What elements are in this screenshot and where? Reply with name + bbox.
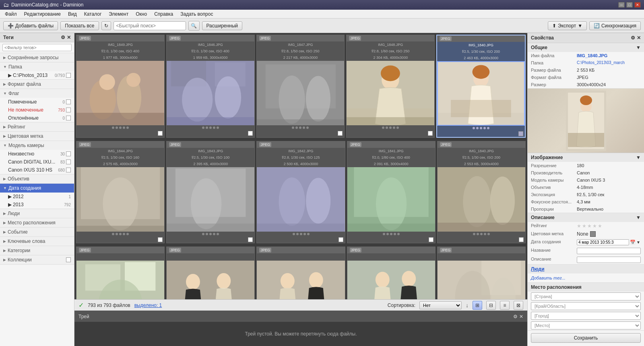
- add-tag-button[interactable]: Добавить тег...: [531, 276, 566, 280]
- sidebar-close-icon[interactable]: ✕: [67, 35, 71, 40]
- status-selected[interactable]: выделено: 1: [134, 302, 162, 308]
- section-location-header[interactable]: ▶ Место расположения: [0, 218, 74, 227]
- flag-item-unmarked[interactable]: Не помеченные 793: [0, 106, 74, 114]
- view-grid-compact-button[interactable]: ⊟: [486, 301, 496, 310]
- tag-filter-input[interactable]: [2, 44, 72, 51]
- view-grid-button[interactable]: ⊞: [473, 301, 482, 310]
- camera-unknown-checkbox[interactable]: [66, 151, 71, 156]
- photo-cell[interactable]: JPEG: [166, 247, 255, 299]
- flag-marked-checkbox[interactable]: [66, 99, 71, 104]
- menu-edit[interactable]: Редактирование: [21, 10, 64, 18]
- photo-cell[interactable]: JPEG IMG_1848.JPG f/2.8, 1/60 сек, ISO 2…: [346, 35, 435, 138]
- props-section-image-header[interactable]: Изображение ▼: [528, 153, 644, 162]
- description-input[interactable]: [577, 257, 641, 263]
- folder-checkbox[interactable]: [66, 73, 71, 78]
- props-folder[interactable]: C:\Photos_2013\03_march: [577, 60, 641, 65]
- search-input[interactable]: [114, 21, 186, 30]
- menu-view[interactable]: Вид: [65, 10, 80, 18]
- camera-ixus-checkbox[interactable]: [66, 168, 71, 172]
- photo-cell[interactable]: JPEG IMG_1847.JPG f/2.8, 1/50 сек, ISO 2…: [256, 35, 345, 138]
- section-collections-header[interactable]: ▶ Коллекции: [0, 255, 74, 264]
- date-input[interactable]: [577, 239, 629, 245]
- sync-button[interactable]: 🔄 Синхронизация: [589, 21, 641, 30]
- section-saved-queries-header[interactable]: ▶ Сохранённые запросы: [0, 53, 74, 62]
- photo-cell[interactable]: JPEG IMG_1844.JPG f/2.5, 1/30 сек, ISO 1…: [76, 141, 165, 243]
- photo-checkbox[interactable]: [248, 237, 253, 242]
- menu-window[interactable]: Окно: [132, 10, 150, 18]
- flag-rejected-checkbox[interactable]: [66, 116, 71, 120]
- collections-checkbox[interactable]: [66, 257, 71, 262]
- photo-checkbox[interactable]: [248, 131, 253, 136]
- photo-cell[interactable]: JPEG: [76, 247, 165, 299]
- refresh-button[interactable]: ↻: [101, 21, 111, 30]
- photo-cell[interactable]: JPEG IMG_1843.JPG f/2.5, 1/30 сек, ISO 1…: [166, 141, 255, 243]
- section-lens-header[interactable]: ▶ Объектив: [0, 174, 74, 183]
- section-flag-header[interactable]: ▼ Флаг: [0, 89, 74, 98]
- section-date-created-header[interactable]: ▼ Дата создания: [0, 184, 74, 193]
- props-section-location-header[interactable]: Место расположения: [528, 283, 644, 292]
- save-button[interactable]: Сохранить: [531, 333, 641, 343]
- export-button[interactable]: ⬆ Экспорт ▼: [548, 21, 587, 30]
- section-keywords-header[interactable]: ▶ Ключевые слова: [0, 237, 74, 246]
- camera-unknown[interactable]: Неизвестно 30: [0, 150, 74, 158]
- photo-cell[interactable]: JPEG: [256, 247, 345, 299]
- flag-item-rejected[interactable]: Отклонённые 0: [0, 114, 74, 122]
- photo-cell[interactable]: JPEG IMG_1846.JPG f/2.0, 1/30 сек, ISO 4…: [166, 35, 255, 138]
- camera-canon-digital-checkbox[interactable]: [66, 160, 71, 164]
- sort-select[interactable]: Нет Имя файла Дата создания Размер файла: [419, 301, 462, 309]
- section-folder-header[interactable]: ▼ Папка: [0, 62, 74, 71]
- photo-checkbox[interactable]: [429, 237, 433, 242]
- country-select[interactable]: [Страна]: [531, 292, 641, 300]
- section-categories-header[interactable]: ▶ Категории: [0, 246, 74, 255]
- city-select[interactable]: [Город]: [531, 312, 641, 320]
- maximize-button[interactable]: □: [626, 2, 633, 8]
- date-2013[interactable]: ▶ 2013 792: [0, 201, 74, 209]
- photo-checkbox[interactable]: [158, 131, 163, 136]
- camera-canon-ixus[interactable]: Canon IXUS 310 HS 680: [0, 166, 74, 174]
- title-input[interactable]: [577, 248, 641, 254]
- photo-cell-selected[interactable]: JPEG IMG_1840.JPG f/2.5, 1/30 сек, ISO 2…: [436, 35, 526, 138]
- photo-checkbox[interactable]: [519, 237, 524, 242]
- close-button[interactable]: ✕: [634, 2, 641, 8]
- photo-cell[interactable]: JPEG: [437, 247, 526, 299]
- props-filename[interactable]: IMG_1840.JPG: [577, 53, 641, 58]
- menu-ask[interactable]: Задать вопрос: [177, 10, 216, 18]
- section-event-header[interactable]: ▶ Событие: [0, 228, 74, 236]
- date-2012[interactable]: ▶ 2012 1: [0, 193, 74, 201]
- photo-checkbox-selected[interactable]: [518, 131, 523, 136]
- photo-cell[interactable]: JPEG: [347, 247, 436, 299]
- photo-checkbox[interactable]: [338, 131, 343, 136]
- menu-help[interactable]: Справка: [151, 10, 176, 18]
- show-all-button[interactable]: Показать все: [60, 21, 99, 30]
- calendar-icon[interactable]: 📅: [630, 240, 636, 245]
- props-section-people-header[interactable]: Люди: [528, 265, 644, 273]
- place-select[interactable]: [Место]: [531, 321, 641, 329]
- section-format-header[interactable]: ▶ Формат файла: [0, 80, 74, 89]
- photo-checkbox[interactable]: [339, 237, 343, 242]
- add-files-button[interactable]: ➕ Добавить файлы: [3, 21, 58, 30]
- photo-cell[interactable]: JPEG IMG_1840.JPG f/2.5, 1/30 сек, ISO 2…: [437, 141, 526, 243]
- color-swatch[interactable]: [590, 231, 596, 237]
- photo-cell[interactable]: JPEG IMG_1849.JPG f/2.0, 1/30 сек, ISO 4…: [76, 35, 165, 138]
- flag-unmarked-checkbox[interactable]: [66, 108, 71, 112]
- view-detail-button[interactable]: ⊠: [514, 301, 523, 310]
- advanced-search-button[interactable]: Расширенный: [202, 21, 243, 30]
- flag-item-marked[interactable]: Помеченные 0: [0, 98, 74, 106]
- sort-direction-button[interactable]: ↓: [466, 302, 469, 309]
- props-section-description-header[interactable]: Описание ▼: [528, 213, 644, 222]
- folder-item[interactable]: ▶ C:\Photos_2013 0/793: [0, 71, 74, 79]
- tray-close-icon[interactable]: ✕: [519, 314, 523, 319]
- minimize-button[interactable]: ─: [618, 2, 625, 8]
- sidebar-settings-icon[interactable]: ⚙: [61, 35, 65, 40]
- props-section-general-header[interactable]: Общие ▼: [528, 43, 644, 52]
- rating-stars[interactable]: ★ ★ ★ ★ ★: [577, 223, 602, 229]
- photo-checkbox[interactable]: [158, 237, 163, 242]
- date-down-arrow[interactable]: ▼: [636, 240, 640, 244]
- menu-file[interactable]: Файл: [2, 10, 20, 18]
- menu-catalog[interactable]: Каталог: [81, 10, 105, 18]
- camera-canon-digital[interactable]: Canon DIGITAL IXU... 83: [0, 158, 74, 166]
- section-camera-model-header[interactable]: ▼ Модель камеры: [0, 141, 74, 150]
- menu-element[interactable]: Элемент: [105, 10, 132, 18]
- photo-cell[interactable]: JPEG IMG_1842.JPG f/2.8, 1/30 сек, ISO 1…: [256, 141, 345, 243]
- view-list-button[interactable]: ≡: [500, 301, 510, 310]
